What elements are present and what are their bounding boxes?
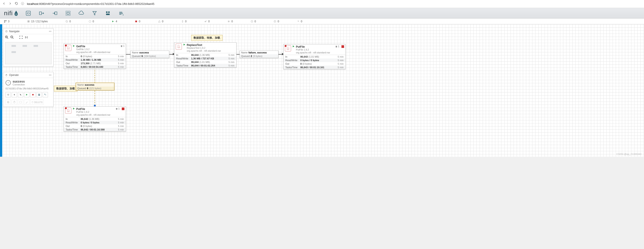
svg-point-21 (8, 94, 9, 95)
fit-icon[interactable] (19, 35, 23, 40)
status-transmitting: 0 (181, 20, 187, 23)
status-disabled: 0 (66, 20, 71, 23)
svg-rect-17 (49, 31, 51, 31)
operate-type: Connection (12, 83, 25, 86)
thread-count: 1 (335, 45, 339, 48)
connection-3[interactable]: Namefailure, success Queued2(9 bytes) (240, 50, 278, 58)
svg-rect-25 (38, 95, 40, 96)
svg-rect-9 (6, 20, 7, 21)
status-check: 0 (204, 20, 210, 23)
processor-replacetext[interactable]: ReplaceText ReplaceText 1.9.2 org.apache… (174, 42, 236, 67)
delete-button: DELETE (30, 100, 44, 105)
copy-button (6, 100, 11, 105)
processor-icon (176, 43, 182, 50)
status-stopped: 0 (135, 20, 140, 23)
operate-title: Operate (9, 73, 18, 77)
svg-point-32 (121, 45, 122, 46)
status-clock: 0 (250, 20, 256, 23)
processor-tool-icon[interactable] (25, 10, 32, 17)
operate-name: success (12, 80, 25, 83)
status-invalid: 0 (88, 20, 94, 23)
canvas-label-2[interactable]: 数据获取、转换、加载 (191, 35, 222, 41)
status-groups: 3 (4, 20, 10, 23)
run-icon (73, 107, 75, 110)
nav-preview[interactable] (5, 42, 52, 64)
collapse-icon[interactable] (49, 30, 52, 33)
nifi-logo: nifi (4, 10, 18, 17)
svg-point-33 (122, 45, 122, 46)
output-port-tool-icon[interactable] (51, 10, 58, 17)
connection-2-selected[interactable]: Namesuccess Queued8(121 bytes) (76, 83, 114, 90)
status-running: 4 (112, 20, 117, 23)
svg-rect-23 (38, 94, 39, 94)
run-icon (73, 45, 75, 47)
connection-1[interactable]: Namesuccess Queued6(104 bytes) (130, 50, 169, 58)
thread-count: 1 (120, 45, 124, 47)
group-button (18, 100, 23, 105)
processor-putfile-right[interactable]: PutFile PutFile 1.9.2 org.apache.nifi - … (283, 44, 346, 69)
start-button[interactable] (24, 92, 30, 97)
status-queue: 13 / 212 bytes (27, 20, 48, 23)
canvas-label-1[interactable]: 数据获取、加载 (54, 86, 77, 92)
svg-point-34 (336, 46, 336, 46)
url-display[interactable]: localhost:8080/nifi/?processGroupId=root… (27, 2, 154, 5)
status-question: 0 (297, 20, 302, 23)
navigate-title: Navigate (9, 30, 20, 33)
info-icon (21, 2, 24, 6)
paste-button (12, 100, 17, 105)
bulletin-icon (122, 107, 124, 110)
svg-rect-31 (20, 101, 22, 103)
svg-point-12 (89, 20, 91, 22)
svg-rect-2 (26, 11, 30, 15)
processor-icon (65, 45, 72, 51)
svg-point-37 (117, 108, 117, 109)
svg-point-1 (15, 13, 17, 15)
run-icon (292, 45, 294, 47)
svg-point-35 (336, 46, 337, 46)
actual-size-icon[interactable] (24, 35, 28, 40)
funnel-tool-icon[interactable] (91, 10, 98, 17)
canvas[interactable]: Navigate Operate success (0, 24, 644, 157)
svg-rect-22 (32, 94, 34, 95)
zoom-in-icon[interactable] (5, 35, 8, 40)
nav-reload-icon[interactable] (14, 2, 18, 6)
navigate-panel: Navigate (3, 28, 54, 67)
processor-icon (285, 45, 291, 51)
collapse-icon[interactable] (49, 74, 52, 76)
process-group-tool-icon[interactable] (64, 10, 72, 17)
input-port-tool-icon[interactable] (38, 10, 45, 17)
status-warning: 0 (158, 20, 164, 23)
hand-icon (5, 74, 8, 76)
color-button (24, 100, 30, 105)
svg-rect-20 (49, 75, 51, 75)
svg-rect-13 (135, 20, 137, 22)
processor-name: GetFile (76, 45, 119, 48)
template-button[interactable] (36, 92, 42, 97)
label-tool-icon[interactable] (118, 10, 125, 17)
disable-button[interactable] (18, 92, 23, 97)
remote-group-tool-icon[interactable] (78, 10, 85, 17)
svg-rect-7 (106, 13, 110, 15)
svg-rect-3 (66, 11, 70, 15)
nav-back-icon[interactable] (2, 2, 6, 6)
upload-template-button[interactable] (43, 92, 48, 97)
operate-panel: Operate success Connection 017d1001-07da… (3, 72, 54, 107)
zoom-out-icon[interactable] (10, 35, 14, 40)
nav-forward-icon[interactable] (8, 2, 12, 6)
configure-button[interactable] (6, 92, 11, 97)
status-snowflake: 0 (228, 20, 233, 23)
svg-rect-28 (8, 102, 9, 103)
processor-getfile[interactable]: GetFile GetFile 1.9.2 org.apache.nifi - … (64, 44, 126, 69)
bulletin-icon (342, 45, 344, 48)
template-tool-icon[interactable] (104, 10, 112, 17)
run-icon (183, 43, 186, 46)
svg-point-36 (116, 108, 117, 109)
svg-rect-6 (108, 11, 110, 13)
compass-icon (5, 30, 8, 33)
processor-icon (65, 107, 72, 114)
processor-putfile-bottom[interactable]: PutFile PutFile 1.9.2 org.apache.nifi - … (64, 106, 126, 132)
enable-button[interactable] (12, 92, 17, 97)
status-bulletin: 0 (274, 20, 279, 23)
stop-button[interactable] (30, 92, 36, 97)
nifi-header: nifi (0, 8, 644, 18)
